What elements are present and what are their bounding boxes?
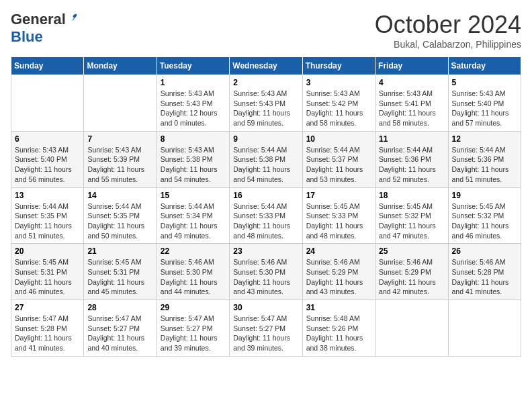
table-row: 10Sunrise: 5:44 AM Sunset: 5:37 PM Dayli…: [302, 131, 375, 187]
day-number: 1: [161, 78, 226, 87]
table-row: 20Sunrise: 5:45 AM Sunset: 5:31 PM Dayli…: [11, 244, 84, 300]
calendar-week-row: 13Sunrise: 5:44 AM Sunset: 5:35 PM Dayli…: [11, 187, 521, 244]
day-number: 20: [15, 246, 80, 256]
day-info: Sunrise: 5:44 AM Sunset: 5:36 PM Dayligh…: [379, 145, 444, 185]
table-row: 16Sunrise: 5:44 AM Sunset: 5:33 PM Dayli…: [230, 187, 302, 244]
table-row: 21Sunrise: 5:45 AM Sunset: 5:31 PM Dayli…: [84, 244, 157, 300]
day-info: Sunrise: 5:45 AM Sunset: 5:32 PM Dayligh…: [379, 201, 444, 241]
day-info: Sunrise: 5:44 AM Sunset: 5:38 PM Dayligh…: [233, 145, 298, 185]
table-row: 30Sunrise: 5:47 AM Sunset: 5:27 PM Dayli…: [230, 300, 302, 357]
col-sunday: Sunday: [11, 57, 84, 75]
day-info: Sunrise: 5:43 AM Sunset: 5:40 PM Dayligh…: [15, 145, 80, 185]
day-info: Sunrise: 5:47 AM Sunset: 5:27 PM Dayligh…: [233, 314, 298, 353]
day-info: Sunrise: 5:45 AM Sunset: 5:31 PM Dayligh…: [87, 257, 152, 297]
calendar-table: Sunday Monday Tuesday Wednesday Thursday…: [11, 56, 521, 357]
table-row: 5Sunrise: 5:43 AM Sunset: 5:40 PM Daylig…: [448, 75, 521, 132]
table-row: 31Sunrise: 5:48 AM Sunset: 5:26 PM Dayli…: [302, 300, 375, 357]
table-row: [448, 300, 521, 357]
location: Bukal, Calabarzon, Philippines: [375, 39, 521, 50]
day-info: Sunrise: 5:43 AM Sunset: 5:41 PM Dayligh…: [379, 89, 444, 128]
day-info: Sunrise: 5:43 AM Sunset: 5:42 PM Dayligh…: [306, 89, 371, 128]
day-number: 16: [233, 191, 298, 200]
col-wednesday: Wednesday: [230, 57, 302, 75]
day-info: Sunrise: 5:45 AM Sunset: 5:32 PM Dayligh…: [452, 201, 517, 241]
day-info: Sunrise: 5:43 AM Sunset: 5:43 PM Dayligh…: [161, 89, 226, 128]
day-number: 7: [87, 134, 152, 144]
day-info: Sunrise: 5:48 AM Sunset: 5:26 PM Dayligh…: [306, 314, 371, 353]
day-number: 8: [161, 134, 226, 144]
day-number: 19: [452, 191, 517, 200]
day-number: 3: [306, 78, 371, 87]
day-info: Sunrise: 5:44 AM Sunset: 5:33 PM Dayligh…: [233, 201, 298, 241]
table-row: 18Sunrise: 5:45 AM Sunset: 5:32 PM Dayli…: [375, 187, 448, 244]
table-row: 2Sunrise: 5:43 AM Sunset: 5:43 PM Daylig…: [230, 75, 302, 132]
day-info: Sunrise: 5:43 AM Sunset: 5:43 PM Dayligh…: [233, 89, 298, 128]
table-row: 28Sunrise: 5:47 AM Sunset: 5:27 PM Dayli…: [84, 300, 157, 357]
table-row: 14Sunrise: 5:44 AM Sunset: 5:35 PM Dayli…: [84, 187, 157, 244]
col-monday: Monday: [84, 57, 157, 75]
day-number: 31: [306, 303, 371, 312]
day-number: 12: [452, 134, 517, 144]
table-row: 3Sunrise: 5:43 AM Sunset: 5:42 PM Daylig…: [302, 75, 375, 132]
title-section: October 2024 Bukal, Calabarzon, Philippi…: [375, 11, 521, 50]
day-info: Sunrise: 5:43 AM Sunset: 5:39 PM Dayligh…: [87, 145, 152, 185]
day-number: 18: [379, 191, 444, 200]
calendar-week-row: 6Sunrise: 5:43 AM Sunset: 5:40 PM Daylig…: [11, 131, 521, 187]
logo: General Blue: [11, 11, 79, 46]
day-number: 5: [452, 78, 517, 87]
table-row: 23Sunrise: 5:46 AM Sunset: 5:30 PM Dayli…: [230, 244, 302, 300]
page-header: General Blue October 2024 Bukal, Calabar…: [11, 11, 521, 50]
day-number: 6: [15, 134, 80, 144]
calendar-week-row: 1Sunrise: 5:43 AM Sunset: 5:43 PM Daylig…: [11, 75, 521, 132]
day-number: 15: [161, 191, 226, 200]
day-number: 2: [233, 78, 298, 87]
day-info: Sunrise: 5:45 AM Sunset: 5:31 PM Dayligh…: [15, 257, 80, 297]
day-info: Sunrise: 5:46 AM Sunset: 5:30 PM Dayligh…: [233, 257, 298, 297]
table-row: 17Sunrise: 5:45 AM Sunset: 5:33 PM Dayli…: [302, 187, 375, 244]
day-number: 17: [306, 191, 371, 200]
day-info: Sunrise: 5:44 AM Sunset: 5:36 PM Dayligh…: [452, 145, 517, 185]
table-row: 6Sunrise: 5:43 AM Sunset: 5:40 PM Daylig…: [11, 131, 84, 187]
table-row: 9Sunrise: 5:44 AM Sunset: 5:38 PM Daylig…: [230, 131, 302, 187]
day-number: 11: [379, 134, 444, 144]
table-row: 13Sunrise: 5:44 AM Sunset: 5:35 PM Dayli…: [11, 187, 84, 244]
day-number: 23: [233, 246, 298, 256]
day-info: Sunrise: 5:44 AM Sunset: 5:35 PM Dayligh…: [15, 201, 80, 241]
day-number: 26: [452, 246, 517, 256]
logo-bird-icon: [67, 12, 79, 24]
col-friday: Friday: [375, 57, 448, 75]
day-number: 29: [161, 303, 226, 312]
table-row: 4Sunrise: 5:43 AM Sunset: 5:41 PM Daylig…: [375, 75, 448, 132]
day-info: Sunrise: 5:44 AM Sunset: 5:35 PM Dayligh…: [87, 201, 152, 241]
day-info: Sunrise: 5:43 AM Sunset: 5:38 PM Dayligh…: [161, 145, 226, 185]
table-row: 1Sunrise: 5:43 AM Sunset: 5:43 PM Daylig…: [157, 75, 229, 132]
table-row: 24Sunrise: 5:46 AM Sunset: 5:29 PM Dayli…: [302, 244, 375, 300]
logo-blue: Blue: [11, 28, 43, 45]
table-row: [375, 300, 448, 357]
day-info: Sunrise: 5:46 AM Sunset: 5:29 PM Dayligh…: [306, 257, 371, 297]
col-saturday: Saturday: [448, 57, 521, 75]
table-row: [11, 75, 84, 132]
day-info: Sunrise: 5:44 AM Sunset: 5:37 PM Dayligh…: [306, 145, 371, 185]
day-number: 21: [87, 246, 152, 256]
table-row: 27Sunrise: 5:47 AM Sunset: 5:28 PM Dayli…: [11, 300, 84, 357]
day-info: Sunrise: 5:47 AM Sunset: 5:27 PM Dayligh…: [87, 314, 152, 353]
table-row: 25Sunrise: 5:46 AM Sunset: 5:29 PM Dayli…: [375, 244, 448, 300]
month-title: October 2024: [375, 11, 521, 39]
day-info: Sunrise: 5:45 AM Sunset: 5:33 PM Dayligh…: [306, 201, 371, 241]
table-row: 22Sunrise: 5:46 AM Sunset: 5:30 PM Dayli…: [157, 244, 229, 300]
table-row: 7Sunrise: 5:43 AM Sunset: 5:39 PM Daylig…: [84, 131, 157, 187]
table-row: 12Sunrise: 5:44 AM Sunset: 5:36 PM Dayli…: [448, 131, 521, 187]
calendar-week-row: 20Sunrise: 5:45 AM Sunset: 5:31 PM Dayli…: [11, 244, 521, 300]
day-number: 10: [306, 134, 371, 144]
calendar-header-row: Sunday Monday Tuesday Wednesday Thursday…: [11, 57, 521, 75]
table-row: 15Sunrise: 5:44 AM Sunset: 5:34 PM Dayli…: [157, 187, 229, 244]
day-info: Sunrise: 5:47 AM Sunset: 5:27 PM Dayligh…: [161, 314, 226, 353]
day-number: 30: [233, 303, 298, 312]
day-number: 28: [87, 303, 152, 312]
day-info: Sunrise: 5:44 AM Sunset: 5:34 PM Dayligh…: [161, 201, 226, 241]
day-info: Sunrise: 5:43 AM Sunset: 5:40 PM Dayligh…: [452, 89, 517, 128]
table-row: 26Sunrise: 5:46 AM Sunset: 5:28 PM Dayli…: [448, 244, 521, 300]
calendar-week-row: 27Sunrise: 5:47 AM Sunset: 5:28 PM Dayli…: [11, 300, 521, 357]
table-row: 19Sunrise: 5:45 AM Sunset: 5:32 PM Dayli…: [448, 187, 521, 244]
